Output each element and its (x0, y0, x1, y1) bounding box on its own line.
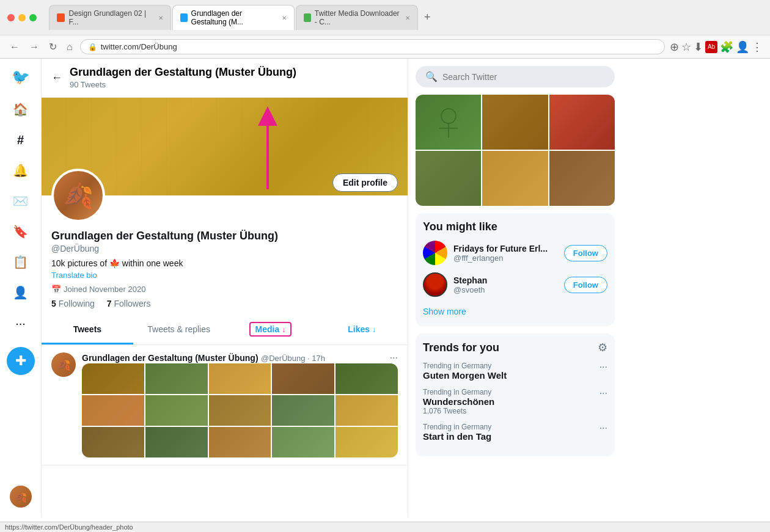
tab-tweets-label: Tweets (73, 324, 101, 334)
tweet-avatar[interactable]: 🍂 (51, 352, 76, 377)
minimize-traffic-light[interactable] (18, 14, 26, 21)
reload-button[interactable]: ↻ (46, 40, 59, 54)
trends-title: Trends for you (423, 341, 499, 354)
trend-item-1[interactable]: Trending in Germany Guten Morgen Welt ··… (423, 362, 607, 381)
trend-2-name: Wunderschönen (423, 396, 494, 407)
tab-tweets-replies[interactable]: Tweets & replies (133, 316, 225, 344)
stephan-handle: @svoeth (453, 285, 558, 294)
profile-avatar: 🍂 (51, 169, 105, 222)
new-tab-button[interactable]: + (419, 9, 436, 26)
browser-tab-ext[interactable]: Twitter Media Downloader - C... ✕ (296, 5, 418, 30)
search-icon: 🔍 (425, 71, 438, 82)
star-icon[interactable]: ☆ (681, 40, 691, 54)
profile-bio: 10k pictures of 🍁 within one week (51, 258, 398, 268)
menu-icon[interactable]: ⋮ (752, 40, 763, 54)
back-button[interactable]: ← (51, 71, 62, 84)
extensions-icon[interactable]: 🧩 (720, 40, 733, 54)
tab-close-figma[interactable]: ✕ (158, 15, 163, 21)
edit-profile-button[interactable]: Edit profile (332, 173, 398, 192)
photo-cell-3[interactable] (549, 95, 615, 150)
profile-handle: @DerÜbung (51, 244, 398, 253)
follow-fff-button[interactable]: Follow (564, 245, 607, 261)
tab-label-ext: Twitter Media Downloader - C... (315, 9, 402, 26)
followers-count: 7 (107, 299, 112, 308)
sidebar-item-notifications[interactable]: 🔔 (7, 156, 35, 184)
photo-cell-4[interactable] (416, 151, 481, 206)
url-text: twitter.com/DerÜbung (101, 42, 657, 51)
tweet-handle-time: @DerÜbung · 17h (261, 354, 325, 363)
sidebar: 🐦 🏠 # 🔔 ✉️ 🔖 📋 👤 ··· ✚ 🍂 (0, 59, 42, 517)
user-avatar-small[interactable]: 🍂 (10, 486, 32, 508)
tweet-img-8 (209, 395, 271, 426)
trend-3-info: Trending in Germany Start in den Tag (423, 423, 491, 442)
tabs-bar: Design Grundlagen 02 | F... ✕ Grundlagen… (42, 5, 443, 30)
sidebar-item-bookmarks[interactable]: 🔖 (7, 217, 35, 246)
trend-item-3[interactable]: Trending in Germany Start in den Tag ··· (423, 423, 607, 442)
sidebar-item-lists[interactable]: 📋 (7, 248, 35, 276)
adblock-icon[interactable]: Ab (705, 41, 717, 53)
download-icon[interactable]: ⬇ (694, 40, 703, 54)
profile-header-name: Grundlagen der Gestaltung (Muster Übung) (70, 66, 296, 79)
notifications-icon: 🔔 (13, 163, 28, 178)
sidebar-item-more[interactable]: ··· (7, 309, 35, 337)
tweet-header: Grundlagen der Gestaltung (Muster Übung)… (82, 352, 398, 363)
browser-chrome: Design Grundlagen 02 | F... ✕ Grundlagen… (0, 0, 770, 59)
search-bar[interactable]: 🔍 (416, 66, 615, 87)
photo-cell-1[interactable] (416, 95, 481, 150)
close-traffic-light[interactable] (7, 14, 15, 21)
sidebar-item-explore[interactable]: # (7, 126, 35, 154)
tab-close-twitter[interactable]: ✕ (282, 15, 287, 21)
tab-media[interactable]: Media ↓ (225, 316, 317, 344)
trend-3-more-icon[interactable]: ··· (600, 423, 607, 434)
maximize-traffic-light[interactable] (29, 14, 37, 21)
follow-stephan-button[interactable]: Follow (564, 277, 607, 293)
trend-1-more-icon[interactable]: ··· (600, 362, 607, 373)
tweet-img-7 (145, 395, 208, 426)
profile-joined: 📅 Joined November 2020 (51, 285, 398, 294)
trend-3-name: Start in den Tag (423, 431, 491, 442)
home-button[interactable]: ⌂ (64, 40, 75, 54)
photo-cell-6[interactable] (549, 151, 615, 206)
search-input[interactable] (442, 72, 605, 82)
trends-settings-icon[interactable]: ⚙ (598, 341, 607, 354)
tab-likes[interactable]: Likes ↓ (316, 316, 408, 344)
profile-avatar-section: 🍂 Edit profile (42, 169, 408, 222)
trend-2-count: 1,076 Tweets (423, 407, 494, 415)
stephan-info: Stephan @svoeth (453, 275, 558, 294)
home-icon: 🏠 (13, 102, 28, 117)
lock-icon: 🔒 (88, 43, 97, 51)
followers-stat[interactable]: 7 Followers (107, 299, 151, 308)
avatar-icon[interactable]: 👤 (736, 40, 749, 54)
url-bar[interactable]: 🔒 twitter.com/DerÜbung (80, 39, 665, 54)
sidebar-item-profile[interactable]: 👤 (7, 279, 35, 307)
tab-tweets[interactable]: Tweets (42, 316, 133, 344)
following-stat[interactable]: 5 Following (51, 299, 95, 308)
trend-2-more-icon[interactable]: ··· (600, 388, 607, 399)
explore-icon: # (17, 133, 24, 147)
cast-icon[interactable]: ⊕ (670, 40, 679, 54)
back-nav-button[interactable]: ← (7, 40, 22, 54)
compose-button[interactable]: ✚ (7, 347, 35, 375)
tweet-images-grid (82, 363, 398, 457)
profile-stats: 5 Following 7 Followers (51, 299, 398, 308)
sidebar-item-messages[interactable]: ✉️ (7, 187, 35, 215)
browser-tab-figma[interactable]: Design Grundlagen 02 | F... ✕ (49, 5, 171, 30)
trend-3-location: Trending in Germany (423, 423, 491, 431)
sidebar-item-home[interactable]: 🏠 (7, 95, 35, 123)
profile-icon: 👤 (13, 285, 28, 300)
tweet-author-info: Grundlagen der Gestaltung (Muster Übung)… (82, 352, 325, 363)
tab-close-ext[interactable]: ✕ (405, 15, 410, 21)
browser-titlebar: Design Grundlagen 02 | F... ✕ Grundlagen… (0, 0, 770, 35)
translate-bio-link[interactable]: Translate bio (51, 271, 398, 280)
tweet-more-button[interactable]: ··· (390, 352, 398, 363)
following-label: Following (59, 299, 95, 308)
twitter-logo[interactable]: 🐦 (7, 64, 35, 90)
show-more-link[interactable]: Show more (423, 304, 607, 319)
forward-nav-button[interactable]: → (27, 40, 42, 54)
browser-tab-twitter[interactable]: Grundlagen der Gestaltung (M... ✕ (172, 5, 295, 30)
traffic-lights (7, 14, 37, 21)
trend-item-2[interactable]: Trending in Germany Wunderschönen 1,076 … (423, 388, 607, 415)
lists-icon: 📋 (13, 255, 28, 269)
photo-cell-5[interactable] (482, 151, 548, 206)
photo-cell-2[interactable] (482, 95, 548, 150)
